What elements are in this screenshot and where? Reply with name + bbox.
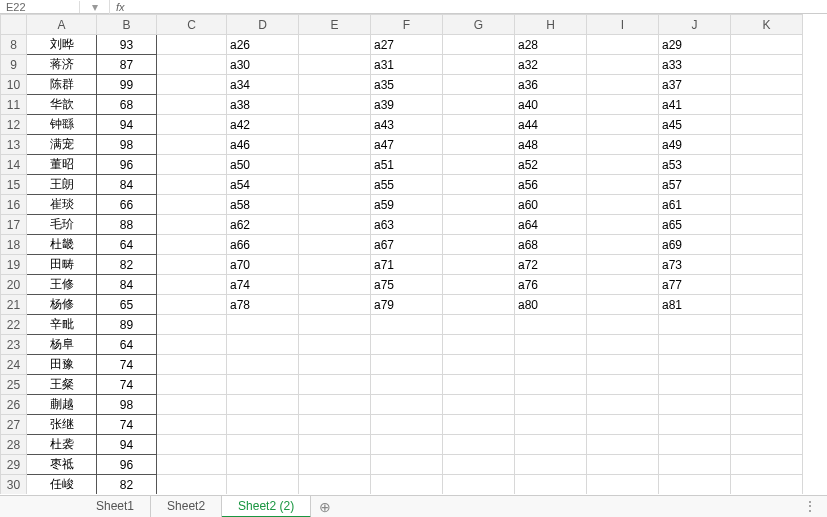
cell-I12[interactable] <box>587 115 659 135</box>
cell-K23[interactable] <box>731 335 803 355</box>
cell-H24[interactable] <box>515 355 587 375</box>
cell-H9[interactable]: a32 <box>515 55 587 75</box>
cell-I21[interactable] <box>587 295 659 315</box>
col-header-C[interactable]: C <box>157 15 227 35</box>
cell-H30[interactable] <box>515 475 587 495</box>
cell-I19[interactable] <box>587 255 659 275</box>
cell-C9[interactable] <box>157 55 227 75</box>
cell-B8[interactable]: 93 <box>97 35 157 55</box>
cell-D21[interactable]: a78 <box>227 295 299 315</box>
cell-B21[interactable]: 65 <box>97 295 157 315</box>
cell-K14[interactable] <box>731 155 803 175</box>
row-header-29[interactable]: 29 <box>1 455 27 475</box>
cell-D30[interactable] <box>227 475 299 495</box>
cell-G13[interactable] <box>443 135 515 155</box>
cell-B27[interactable]: 74 <box>97 415 157 435</box>
row-header-17[interactable]: 17 <box>1 215 27 235</box>
cell-E20[interactable] <box>299 275 371 295</box>
name-box[interactable]: E22 <box>0 1 80 13</box>
cell-D19[interactable]: a70 <box>227 255 299 275</box>
cell-E27[interactable] <box>299 415 371 435</box>
cell-I28[interactable] <box>587 435 659 455</box>
cell-K17[interactable] <box>731 215 803 235</box>
cell-A24[interactable]: 田豫 <box>27 355 97 375</box>
fx-icon[interactable] <box>110 1 131 13</box>
cell-B14[interactable]: 96 <box>97 155 157 175</box>
cell-H11[interactable]: a40 <box>515 95 587 115</box>
cell-J25[interactable] <box>659 375 731 395</box>
cell-K22[interactable] <box>731 315 803 335</box>
row-header-19[interactable]: 19 <box>1 255 27 275</box>
row-header-20[interactable]: 20 <box>1 275 27 295</box>
col-header-J[interactable]: J <box>659 15 731 35</box>
cell-F8[interactable]: a27 <box>371 35 443 55</box>
cell-C14[interactable] <box>157 155 227 175</box>
cell-H27[interactable] <box>515 415 587 435</box>
cell-D17[interactable]: a62 <box>227 215 299 235</box>
cell-I24[interactable] <box>587 355 659 375</box>
cell-G29[interactable] <box>443 455 515 475</box>
cell-H10[interactable]: a36 <box>515 75 587 95</box>
cell-C16[interactable] <box>157 195 227 215</box>
cell-F11[interactable]: a39 <box>371 95 443 115</box>
cell-J30[interactable] <box>659 475 731 495</box>
cell-I26[interactable] <box>587 395 659 415</box>
cell-K21[interactable] <box>731 295 803 315</box>
cell-A28[interactable]: 杜袭 <box>27 435 97 455</box>
cell-G15[interactable] <box>443 175 515 195</box>
cell-A8[interactable]: 刘晔 <box>27 35 97 55</box>
col-header-G[interactable]: G <box>443 15 515 35</box>
cell-E19[interactable] <box>299 255 371 275</box>
row-header-13[interactable]: 13 <box>1 135 27 155</box>
cell-G11[interactable] <box>443 95 515 115</box>
cell-F24[interactable] <box>371 355 443 375</box>
cell-C24[interactable] <box>157 355 227 375</box>
cell-I16[interactable] <box>587 195 659 215</box>
row-header-16[interactable]: 16 <box>1 195 27 215</box>
cell-I27[interactable] <box>587 415 659 435</box>
col-header-F[interactable]: F <box>371 15 443 35</box>
cell-B9[interactable]: 87 <box>97 55 157 75</box>
cell-H20[interactable]: a76 <box>515 275 587 295</box>
cell-B10[interactable]: 99 <box>97 75 157 95</box>
cell-J9[interactable]: a33 <box>659 55 731 75</box>
cell-A22[interactable]: 辛毗 <box>27 315 97 335</box>
cell-E23[interactable] <box>299 335 371 355</box>
cell-F20[interactable]: a75 <box>371 275 443 295</box>
cell-H17[interactable]: a64 <box>515 215 587 235</box>
cell-D13[interactable]: a46 <box>227 135 299 155</box>
cell-G18[interactable] <box>443 235 515 255</box>
spreadsheet-grid[interactable]: ABCDEFGHIJK8刘晔93a26a27a28a299蒋济87a30a31a… <box>0 14 827 494</box>
cell-F13[interactable]: a47 <box>371 135 443 155</box>
cell-A16[interactable]: 崔琰 <box>27 195 97 215</box>
cell-C22[interactable] <box>157 315 227 335</box>
cell-K30[interactable] <box>731 475 803 495</box>
cell-D18[interactable]: a66 <box>227 235 299 255</box>
cell-B29[interactable]: 96 <box>97 455 157 475</box>
row-header-28[interactable]: 28 <box>1 435 27 455</box>
cell-J20[interactable]: a77 <box>659 275 731 295</box>
cell-K15[interactable] <box>731 175 803 195</box>
cell-E18[interactable] <box>299 235 371 255</box>
cell-I18[interactable] <box>587 235 659 255</box>
cell-I20[interactable] <box>587 275 659 295</box>
cell-J23[interactable] <box>659 335 731 355</box>
cell-J13[interactable]: a49 <box>659 135 731 155</box>
cell-F29[interactable] <box>371 455 443 475</box>
cell-J26[interactable] <box>659 395 731 415</box>
cell-E13[interactable] <box>299 135 371 155</box>
cell-E12[interactable] <box>299 115 371 135</box>
cell-F15[interactable]: a55 <box>371 175 443 195</box>
cell-G14[interactable] <box>443 155 515 175</box>
cell-D9[interactable]: a30 <box>227 55 299 75</box>
cell-C17[interactable] <box>157 215 227 235</box>
name-box-dropdown-icon[interactable]: ▾ <box>80 0 110 14</box>
cell-D24[interactable] <box>227 355 299 375</box>
col-header-K[interactable]: K <box>731 15 803 35</box>
cell-H15[interactable]: a56 <box>515 175 587 195</box>
cell-K28[interactable] <box>731 435 803 455</box>
new-sheet-button[interactable]: ⊕ <box>311 499 339 515</box>
cell-C11[interactable] <box>157 95 227 115</box>
cell-C27[interactable] <box>157 415 227 435</box>
cell-D22[interactable] <box>227 315 299 335</box>
